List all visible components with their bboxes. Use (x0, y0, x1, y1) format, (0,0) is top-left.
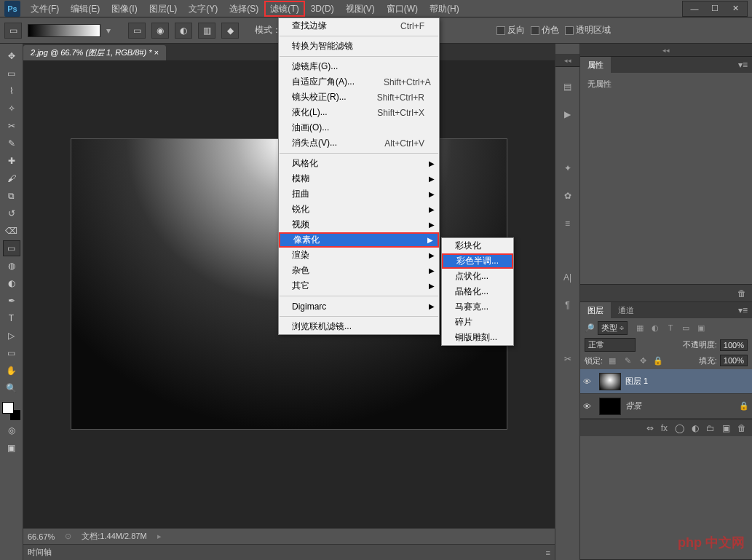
properties-tab[interactable]: 属性 (580, 57, 611, 73)
collapse-arrow[interactable]: ◂◂ (555, 54, 579, 67)
adjustments-icon[interactable]: ✂ (560, 351, 576, 367)
linear-gradient-button[interactable]: ▭ (128, 23, 146, 39)
menu-item[interactable]: 锐化▶ (279, 202, 439, 217)
marquee-tool[interactable]: ▭ (3, 66, 20, 82)
submenu-item[interactable]: 碎片 (442, 315, 513, 330)
chevron-right-icon[interactable]: ▸ (157, 532, 162, 541)
gradient-tool[interactable]: ▭ (3, 240, 20, 256)
menu-item[interactable]: 滤镜库(G)... (279, 59, 439, 74)
menu-item[interactable]: 编辑(E) (65, 1, 106, 17)
menu-item[interactable]: 帮助(H) (424, 1, 465, 17)
blend-mode-select[interactable]: 正常 (585, 338, 636, 352)
move-tool[interactable]: ✥ (3, 48, 20, 64)
lock-transparency-icon[interactable]: ▦ (606, 355, 619, 366)
menu-item[interactable]: Digimarc▶ (279, 299, 439, 314)
zoom-tool[interactable]: 🔍 (3, 380, 20, 396)
transparency-checkbox[interactable]: 透明区域 (565, 24, 611, 36)
hand-tool[interactable]: ✋ (3, 363, 20, 379)
minimize-button[interactable]: — (684, 3, 705, 15)
dither-checkbox[interactable]: 仿色 (531, 24, 559, 36)
menu-item[interactable]: 油画(O)... (279, 120, 439, 135)
pen-tool[interactable]: ✒ (3, 293, 20, 309)
angle-gradient-button[interactable]: ◐ (175, 23, 192, 39)
doc-info[interactable]: 文档:1.44M/2.87M (82, 531, 146, 542)
menu-item[interactable]: 风格化▶ (279, 156, 439, 171)
magic-wand-tool[interactable]: ✧ (3, 100, 20, 117)
new-layer-icon[interactable]: ▣ (722, 423, 730, 433)
crop-tool[interactable]: ✂ (3, 118, 20, 134)
lock-position-icon[interactable]: ✥ (636, 355, 649, 366)
trash-icon[interactable]: 🗑 (737, 288, 746, 299)
menu-item[interactable]: 文件(F) (25, 1, 65, 17)
maximize-button[interactable]: ☐ (705, 3, 725, 15)
filter-smart-icon[interactable]: ▣ (694, 323, 708, 334)
opacity-value[interactable]: 100% (720, 339, 748, 351)
screenmode-button[interactable]: ▣ (3, 440, 20, 456)
layers-tab[interactable]: 图层 (580, 302, 611, 318)
quickmask-button[interactable]: ◎ (3, 422, 20, 438)
layer-row[interactable]: 👁图层 1 (580, 369, 752, 394)
diamond-gradient-button[interactable]: ◆ (221, 23, 239, 39)
eraser-tool[interactable]: ⌫ (3, 223, 20, 239)
trash-icon[interactable]: 🗑 (737, 423, 746, 433)
gradient-swatch[interactable] (28, 24, 100, 37)
menu-item[interactable]: 镜头校正(R)...Shift+Ctrl+R (279, 90, 439, 105)
menu-item[interactable]: 文字(Y) (183, 1, 223, 17)
document-tab[interactable]: 2.jpg @ 66.7% (图层 1, RGB/8#) * × (23, 45, 166, 60)
submenu-item[interactable]: 晶格化... (442, 284, 513, 299)
lasso-tool[interactable]: ⌇ (3, 83, 20, 99)
fill-value[interactable]: 100% (720, 355, 748, 366)
paragraph-icon[interactable]: ✿ (560, 188, 576, 204)
menu-item[interactable]: 图像(I) (106, 1, 143, 17)
menu-item[interactable]: 转换为智能滤镜 (279, 39, 439, 54)
filter-kind-select[interactable]: 类型 ÷ (598, 321, 628, 335)
swatches-icon[interactable]: ≡ (560, 216, 576, 232)
navigator-icon[interactable]: ▶ (560, 106, 576, 122)
link-layers-icon[interactable]: ⇔ (646, 423, 654, 433)
menu-item[interactable]: 自适应广角(A)...Shift+Ctrl+A (279, 74, 439, 90)
history-brush-tool[interactable]: ↺ (3, 205, 20, 221)
lock-all-icon[interactable]: 🔒 (652, 355, 665, 366)
menu-item[interactable]: 窗口(W) (381, 1, 424, 17)
filter-shape-icon[interactable]: ▭ (679, 323, 692, 334)
search-icon[interactable]: 🔎 (585, 323, 595, 333)
menu-item[interactable]: 3D(D) (305, 1, 340, 17)
layer-thumbnail[interactable] (599, 373, 621, 390)
visibility-icon[interactable]: 👁 (583, 377, 595, 386)
type-panel-icon[interactable]: A| (560, 269, 576, 285)
character-icon[interactable]: ✦ (560, 160, 576, 176)
filter-adjust-icon[interactable]: ◐ (649, 323, 662, 334)
clone-stamp-tool[interactable]: ⧉ (3, 188, 20, 204)
panel-menu-icon[interactable]: ▾≡ (734, 60, 752, 70)
blur-tool[interactable]: ◍ (3, 258, 20, 274)
layer-name[interactable]: 背景 (625, 401, 641, 411)
type-tool[interactable]: T (3, 310, 20, 326)
dodge-tool[interactable]: ◐ (3, 275, 20, 291)
close-button[interactable]: ✕ (725, 3, 745, 15)
path-selection-tool[interactable]: ▷ (3, 328, 20, 344)
menu-item[interactable]: 浏览联机滤镜... (279, 319, 439, 334)
submenu-item[interactable]: 点状化... (442, 269, 513, 284)
panel-menu-icon[interactable]: ≡ (546, 548, 550, 557)
menu-item[interactable]: 视图(V) (340, 1, 381, 17)
panel-menu-icon[interactable]: ▾≡ (734, 305, 752, 315)
menu-item[interactable]: 杂色▶ (279, 263, 439, 278)
histogram-icon[interactable]: ▤ (560, 79, 576, 95)
healing-brush-tool[interactable]: ✚ (3, 153, 20, 169)
lock-image-icon[interactable]: ✎ (621, 355, 634, 366)
radial-gradient-button[interactable]: ◉ (151, 23, 169, 39)
zoom-percent[interactable]: 66.67% (28, 532, 55, 541)
eyedropper-tool[interactable]: ✎ (3, 135, 20, 151)
submenu-item[interactable]: 彩色半调... (442, 253, 513, 269)
submenu-item[interactable]: 马赛克... (442, 299, 513, 315)
reflected-gradient-button[interactable]: ▥ (198, 23, 215, 39)
menu-item[interactable]: 像素化▶ (279, 232, 439, 248)
reverse-checkbox[interactable]: 反向 (496, 24, 525, 36)
menu-item[interactable]: 其它▶ (279, 278, 439, 293)
mask-icon[interactable]: ◯ (675, 423, 684, 433)
brush-tool[interactable]: 🖌 (3, 170, 20, 186)
filter-pixel-icon[interactable]: ▦ (633, 323, 646, 334)
menu-item[interactable]: 视频▶ (279, 217, 439, 232)
exposure-icon[interactable]: ⊙ (65, 532, 71, 541)
submenu-item[interactable]: 铜版雕刻... (442, 330, 513, 345)
